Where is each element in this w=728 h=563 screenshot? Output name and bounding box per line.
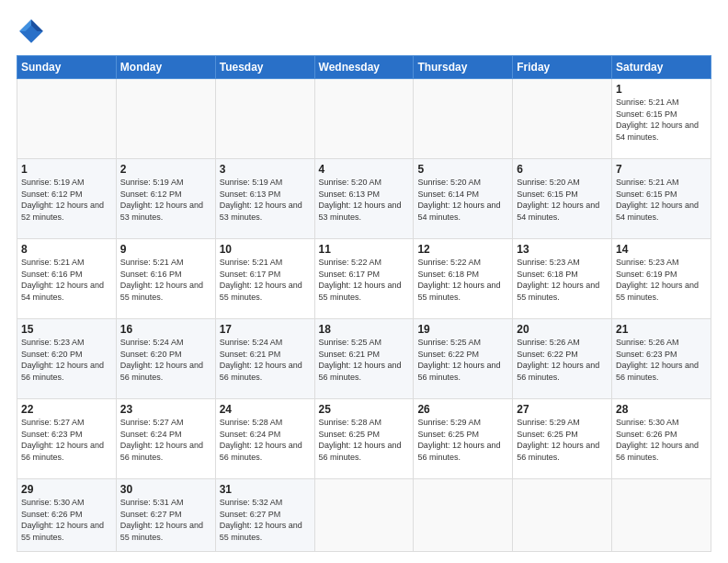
day-number: 2 [120,163,211,176]
calendar-cell: 11 Sunrise: 5:22 AMSunset: 6:17 PMDaylig… [314,239,414,319]
day-number: 25 [319,403,410,416]
col-header-friday: Friday [513,56,612,79]
calendar-cell: 5 Sunrise: 5:20 AMSunset: 6:14 PMDayligh… [414,159,513,239]
col-header-wednesday: Wednesday [314,56,414,79]
day-number: 13 [517,243,608,256]
calendar-cell: 22 Sunrise: 5:27 AMSunset: 6:23 PMDaylig… [17,399,117,479]
day-number: 6 [517,163,608,176]
day-info: Sunrise: 5:23 AMSunset: 6:20 PMDaylight:… [21,338,104,382]
calendar-cell: 20 Sunrise: 5:26 AMSunset: 6:22 PMDaylig… [513,319,612,399]
day-number: 14 [616,243,707,256]
calendar-cell [612,479,711,552]
calendar-cell: 31 Sunrise: 5:32 AMSunset: 6:27 PMDaylig… [215,479,314,552]
day-info: Sunrise: 5:24 AMSunset: 6:20 PMDaylight:… [120,338,203,382]
day-number: 1 [21,163,112,176]
day-number: 27 [517,403,608,416]
calendar-cell: 28 Sunrise: 5:30 AMSunset: 6:26 PMDaylig… [612,399,711,479]
col-header-saturday: Saturday [612,56,711,79]
calendar-cell [414,479,513,552]
day-info: Sunrise: 5:28 AMSunset: 6:24 PMDaylight:… [220,418,302,462]
logo [17,17,50,46]
day-info: Sunrise: 5:25 AMSunset: 6:22 PMDaylight:… [417,338,500,382]
calendar-cell: 19 Sunrise: 5:25 AMSunset: 6:22 PMDaylig… [414,319,513,399]
day-number: 11 [319,243,410,256]
day-info: Sunrise: 5:26 AMSunset: 6:22 PMDaylight:… [517,338,599,382]
calendar-cell: 12 Sunrise: 5:22 AMSunset: 6:18 PMDaylig… [414,239,513,319]
calendar-week-row: 1 Sunrise: 5:21 AMSunset: 6:15 PMDayligh… [17,79,711,159]
day-info: Sunrise: 5:21 AMSunset: 6:15 PMDaylight:… [616,98,699,142]
day-info: Sunrise: 5:22 AMSunset: 6:18 PMDaylight:… [417,258,500,302]
day-info: Sunrise: 5:20 AMSunset: 6:13 PMDaylight:… [319,178,402,222]
day-number: 20 [517,323,608,336]
calendar-cell [314,479,414,552]
day-info: Sunrise: 5:30 AMSunset: 6:26 PMDaylight:… [21,498,104,542]
calendar-cell: 14 Sunrise: 5:23 AMSunset: 6:19 PMDaylig… [612,239,711,319]
day-number: 22 [21,403,112,416]
calendar-week-row: 15 Sunrise: 5:23 AMSunset: 6:20 PMDaylig… [17,319,711,399]
day-number: 31 [220,483,311,496]
header [17,17,711,46]
day-number: 10 [220,243,311,256]
day-info: Sunrise: 5:21 AMSunset: 6:15 PMDaylight:… [616,178,699,222]
day-info: Sunrise: 5:22 AMSunset: 6:17 PMDaylight:… [319,258,402,302]
day-number: 29 [21,483,112,496]
calendar-cell: 6 Sunrise: 5:20 AMSunset: 6:15 PMDayligh… [513,159,612,239]
calendar-cell [215,79,314,159]
logo-icon [17,17,46,46]
day-info: Sunrise: 5:29 AMSunset: 6:25 PMDaylight:… [517,418,599,462]
day-info: Sunrise: 5:20 AMSunset: 6:14 PMDaylight:… [417,178,500,222]
day-info: Sunrise: 5:19 AMSunset: 6:13 PMDaylight:… [220,178,302,222]
calendar-cell [513,79,612,159]
calendar-cell [414,79,513,159]
day-number: 19 [417,323,508,336]
calendar-cell: 17 Sunrise: 5:24 AMSunset: 6:21 PMDaylig… [215,319,314,399]
day-info: Sunrise: 5:28 AMSunset: 6:25 PMDaylight:… [319,418,402,462]
day-number: 1 [616,83,707,96]
calendar-cell: 13 Sunrise: 5:23 AMSunset: 6:18 PMDaylig… [513,239,612,319]
calendar-cell: 25 Sunrise: 5:28 AMSunset: 6:25 PMDaylig… [314,399,414,479]
calendar-cell: 29 Sunrise: 5:30 AMSunset: 6:26 PMDaylig… [17,479,117,552]
calendar-cell: 1 Sunrise: 5:21 AMSunset: 6:15 PMDayligh… [612,79,711,159]
calendar-cell: 8 Sunrise: 5:21 AMSunset: 6:16 PMDayligh… [17,239,117,319]
calendar-table: SundayMondayTuesdayWednesdayThursdayFrid… [17,55,711,552]
calendar-cell: 9 Sunrise: 5:21 AMSunset: 6:16 PMDayligh… [116,239,215,319]
calendar-week-row: 29 Sunrise: 5:30 AMSunset: 6:26 PMDaylig… [17,479,711,552]
col-header-tuesday: Tuesday [215,56,314,79]
calendar-cell: 26 Sunrise: 5:29 AMSunset: 6:25 PMDaylig… [414,399,513,479]
calendar-cell [513,479,612,552]
day-info: Sunrise: 5:32 AMSunset: 6:27 PMDaylight:… [220,498,302,542]
day-number: 26 [417,403,508,416]
day-info: Sunrise: 5:21 AMSunset: 6:17 PMDaylight:… [220,258,302,302]
calendar-cell: 2 Sunrise: 5:19 AMSunset: 6:12 PMDayligh… [116,159,215,239]
day-info: Sunrise: 5:21 AMSunset: 6:16 PMDaylight:… [21,258,104,302]
day-info: Sunrise: 5:20 AMSunset: 6:15 PMDaylight:… [517,178,599,222]
day-number: 8 [21,243,112,256]
day-number: 16 [120,323,211,336]
calendar-header-row: SundayMondayTuesdayWednesdayThursdayFrid… [17,56,711,79]
calendar-cell: 7 Sunrise: 5:21 AMSunset: 6:15 PMDayligh… [612,159,711,239]
day-number: 23 [120,403,211,416]
calendar-cell: 10 Sunrise: 5:21 AMSunset: 6:17 PMDaylig… [215,239,314,319]
day-number: 4 [319,163,410,176]
day-number: 17 [220,323,311,336]
col-header-sunday: Sunday [17,56,117,79]
calendar-cell [116,79,215,159]
day-info: Sunrise: 5:26 AMSunset: 6:23 PMDaylight:… [616,338,699,382]
day-number: 9 [120,243,211,256]
day-info: Sunrise: 5:19 AMSunset: 6:12 PMDaylight:… [120,178,203,222]
col-header-thursday: Thursday [414,56,513,79]
day-number: 21 [616,323,707,336]
calendar-cell: 21 Sunrise: 5:26 AMSunset: 6:23 PMDaylig… [612,319,711,399]
day-info: Sunrise: 5:23 AMSunset: 6:18 PMDaylight:… [517,258,599,302]
day-info: Sunrise: 5:21 AMSunset: 6:16 PMDaylight:… [120,258,203,302]
calendar-cell: 15 Sunrise: 5:23 AMSunset: 6:20 PMDaylig… [17,319,117,399]
day-number: 28 [616,403,707,416]
day-number: 12 [417,243,508,256]
calendar-cell [314,79,414,159]
calendar-week-row: 1 Sunrise: 5:19 AMSunset: 6:12 PMDayligh… [17,159,711,239]
day-info: Sunrise: 5:27 AMSunset: 6:23 PMDaylight:… [21,418,104,462]
col-header-monday: Monday [116,56,215,79]
calendar-week-row: 22 Sunrise: 5:27 AMSunset: 6:23 PMDaylig… [17,399,711,479]
day-info: Sunrise: 5:23 AMSunset: 6:19 PMDaylight:… [616,258,699,302]
day-info: Sunrise: 5:25 AMSunset: 6:21 PMDaylight:… [319,338,402,382]
